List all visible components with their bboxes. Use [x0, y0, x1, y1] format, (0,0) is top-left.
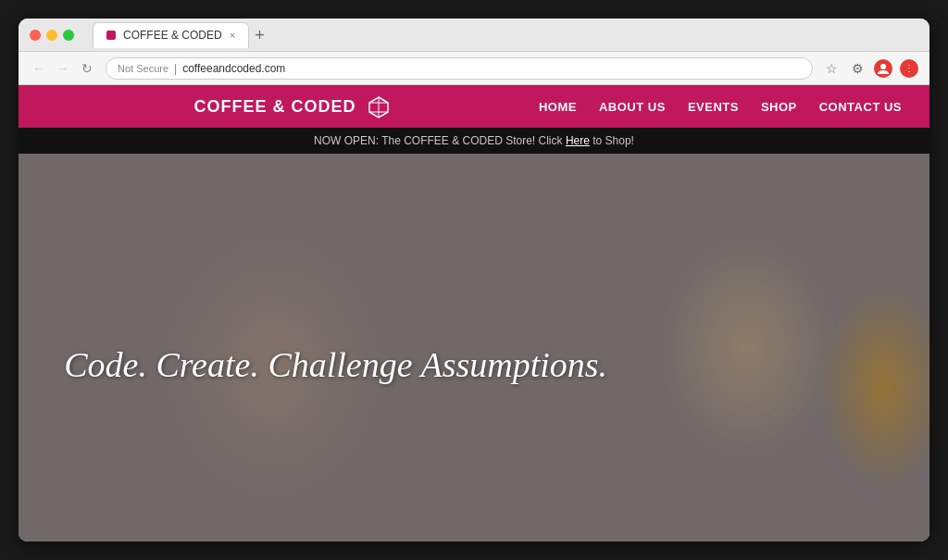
active-tab[interactable]: COFFEE & CODED × — [93, 22, 249, 48]
logo-cube-icon — [366, 93, 392, 119]
address-bar: ← → ↻ Not Secure | coffeeandcoded.com ☆ … — [19, 52, 929, 85]
menu-icon[interactable]: ⋮ — [900, 59, 918, 78]
minimize-window-button[interactable] — [46, 30, 57, 41]
refresh-button[interactable]: ↻ — [78, 59, 96, 78]
tab-close-button[interactable]: × — [230, 30, 235, 41]
tab-favicon — [106, 31, 116, 40]
nav-events[interactable]: EVENTS — [688, 100, 739, 114]
announcement-link[interactable]: Here — [566, 134, 590, 147]
tab-title: COFFEE & CODED — [123, 29, 222, 42]
hero-tagline: Code. Create. Challenge Assumptions. — [64, 344, 884, 387]
profile-icon[interactable] — [874, 59, 892, 78]
website-content: COFFEE & CODED HOME ABOUT US EVENTS SHOP… — [19, 85, 929, 541]
close-window-button[interactable] — [30, 30, 41, 41]
announcement-bar: NOW OPEN: The COFFEE & CODED Store! Clic… — [19, 128, 929, 154]
announcement-prefix: NOW OPEN: The COFFEE & CODED Store! Clic… — [314, 134, 566, 147]
svg-point-0 — [880, 64, 886, 69]
site-logo: COFFEE & CODED — [46, 93, 539, 119]
nav-links: HOME ABOUT US EVENTS SHOP CONTACT US — [539, 100, 902, 114]
title-bar: COFFEE & CODED × + — [19, 19, 929, 52]
back-button[interactable]: ← — [30, 59, 48, 78]
traffic-lights — [30, 30, 74, 41]
nav-about[interactable]: ABOUT US — [599, 100, 666, 114]
profile-svg — [878, 63, 889, 74]
new-tab-button[interactable]: + — [255, 27, 265, 44]
forward-button[interactable]: → — [54, 59, 72, 78]
toolbar-icons: ☆ ⚙ ⋮ — [822, 59, 918, 78]
browser-window: COFFEE & CODED × + ← → ↻ Not Secure | co… — [19, 19, 929, 541]
announcement-text: NOW OPEN: The COFFEE & CODED Store! Clic… — [314, 134, 634, 147]
hero-section: Code. Create. Challenge Assumptions. — [19, 154, 929, 541]
tab-bar: COFFEE & CODED × + — [93, 22, 918, 48]
maximize-window-button[interactable] — [63, 30, 74, 41]
url-display: coffeeandcoded.com — [182, 62, 285, 75]
site-nav: COFFEE & CODED HOME ABOUT US EVENTS SHOP… — [19, 85, 929, 128]
address-input[interactable]: Not Secure | coffeeandcoded.com — [106, 57, 813, 80]
nav-buttons: ← → ↻ — [30, 59, 96, 78]
announcement-suffix: to Shop! — [590, 134, 634, 147]
bookmark-icon[interactable]: ☆ — [822, 59, 841, 78]
logo-text: COFFEE & CODED — [193, 97, 356, 117]
hero-text-block: Code. Create. Challenge Assumptions. — [64, 344, 884, 387]
nav-shop[interactable]: SHOP — [761, 100, 797, 114]
security-indicator: Not Secure — [118, 63, 168, 74]
nav-contact[interactable]: CONTACT US — [819, 100, 902, 114]
nav-home[interactable]: HOME — [539, 100, 577, 114]
extensions-icon[interactable]: ⚙ — [848, 59, 867, 78]
